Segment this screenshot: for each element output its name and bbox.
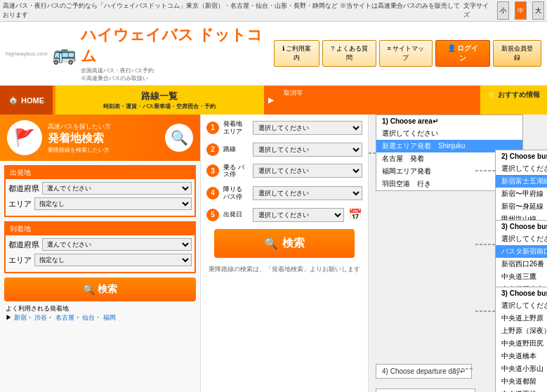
arrival-pref-row: 都道府県 選んでください: [8, 238, 192, 251]
arrival-title: 到着地: [6, 223, 195, 235]
arrival-area-row: エリア 指定なし: [8, 254, 192, 266]
ann5-label: 5) Browse seat availability↵: [376, 388, 475, 392]
register-label: 新規会員登録: [501, 45, 533, 61]
popular-link-nagoya[interactable]: 名古屋: [55, 314, 74, 321]
usage-guide-btn[interactable]: ℹ ご利用案内: [274, 40, 320, 67]
routes-sub-label: 時刻表・運賃・バス乗車場・空席照合・予約: [103, 103, 216, 110]
nav-recommend[interactable]: ⭐ おすすめ情報: [480, 86, 547, 115]
content-area: 🚩 高速バスを探したい方 発着地検索 乗降路線を検索したい方 🔍 出発地 都道府…: [0, 115, 547, 392]
register-btn[interactable]: 新規会員登録: [493, 40, 541, 67]
font-small-btn[interactable]: 小: [497, 1, 509, 20]
ann3b-item-3[interactable]: 中央道橋本: [496, 350, 547, 362]
ann3b-item-1[interactable]: 上野原（深夜）: [496, 325, 547, 337]
ann3b-header: 3) Choose bus stops↵: [496, 287, 547, 299]
font-large-btn[interactable]: 大: [532, 1, 544, 20]
step3-select[interactable]: 選択してください: [253, 164, 362, 178]
search-icon-left: 🔍: [83, 284, 95, 295]
step1-num: 1: [206, 122, 219, 134]
popular-link-shinjuku[interactable]: 新宿: [14, 314, 27, 321]
ann2-item-2[interactable]: 新宿〜身延線: [496, 200, 547, 213]
home-icon: 🏠: [8, 96, 18, 105]
step3-label: 乗る バス停: [223, 164, 249, 179]
step5-row: 5 出発日 選択してください 📅: [206, 208, 362, 222]
search-icon-right: 🔍: [165, 124, 193, 152]
step2-label: 路線: [223, 145, 249, 153]
departure-pref-label: 都道府県: [8, 183, 39, 194]
faq-label: よくある質問: [336, 45, 368, 61]
recommend-label: おすすめ情報: [498, 91, 540, 98]
ann3a-placeholder[interactable]: 選択してください: [496, 233, 547, 245]
step5-label: 出発日: [223, 211, 249, 218]
ann3b-item-2[interactable]: 中央道野田尻: [496, 337, 547, 350]
font-medium-btn[interactable]: 中: [515, 1, 527, 20]
step2-num: 2: [206, 143, 219, 156]
step2-row: 2 路線 選択してください: [206, 143, 362, 157]
logo-main-text: ハイウェイバス ドットコム: [81, 25, 268, 67]
search-icon-main: 🔍: [264, 237, 278, 250]
sitemap-label: サイトマップ: [393, 45, 424, 61]
ann2-placeholder[interactable]: 選択してください: [496, 162, 547, 175]
popular-link-fukuoka[interactable]: 福岡: [103, 314, 116, 321]
step1-row: 1 発着地 エリア 選択してください: [206, 120, 362, 136]
header-right: ℹ ご利用案内 ? よくある質問 ≡ サイトマップ 👤 ログイン 新規会員登録: [274, 40, 541, 67]
nav-home[interactable]: 🏠 HOME: [0, 86, 53, 115]
ann3b-title-label: 3) Choose bus stops↵: [501, 289, 547, 297]
popular-link-sendai[interactable]: 仙台: [82, 314, 95, 321]
find-bus-title: 発着地検索: [48, 131, 111, 146]
sitemap-icon: ≡: [388, 45, 391, 52]
ann3b-item-5[interactable]: 中央道都留: [496, 375, 547, 388]
page-wrapper: 高速バス・夜行バスのご予約なら「ハイウェイバスドットコム」東京（新宿）・名古屋・…: [0, 0, 547, 392]
ann3a-item-1[interactable]: 新宿西口26番: [496, 258, 547, 270]
departure-pref-select[interactable]: 選んでください: [42, 182, 192, 195]
arrival-area-select[interactable]: 指定なし: [34, 254, 192, 266]
popular-label: よく利用される発着地: [6, 305, 69, 312]
nav-arrow-icon: ▶: [264, 86, 278, 115]
ann3b-item-4[interactable]: 中央道小形山: [496, 362, 547, 375]
step3-num: 3: [206, 164, 219, 177]
left-search-btn[interactable]: 🔍 検索: [4, 277, 196, 301]
ann4-label: 4) Choose departure day↵: [376, 364, 472, 379]
step1-select[interactable]: 選択してください: [253, 121, 362, 135]
arrival-pref-label: 都道府県: [8, 240, 39, 250]
ann1-header: 1) Choose area↵: [376, 115, 522, 127]
ann3a-item-2[interactable]: 中央道三鷹: [496, 270, 547, 283]
flag-icon: 🚩: [7, 120, 42, 155]
top-bar: 高速バス・夜行バスのご予約なら「ハイウェイバスドットコム」東京（新宿）・名古屋・…: [0, 0, 547, 22]
main-search-label: 検索: [282, 236, 305, 251]
ann2-title-label: 2) Choose bus line↵: [501, 152, 547, 160]
faq-btn[interactable]: ? よくある質問: [322, 40, 376, 67]
arrival-pref-select[interactable]: 選んでください: [42, 238, 192, 251]
departure-pref-row: 都道府県 選んでください: [8, 182, 192, 195]
step4-select[interactable]: 選択してください: [253, 186, 362, 200]
departure-area-row: エリア 指定なし: [8, 197, 192, 210]
find-bus-sub: 乗降路線を検索したい方: [48, 146, 111, 154]
ann3a-header: 3) Choose bus stops↵: [496, 221, 547, 233]
ann4-text: 4) Choose departure day↵: [382, 367, 466, 375]
bus-icon: 🚌: [52, 42, 77, 65]
calendar-icon[interactable]: 📅: [348, 208, 362, 221]
ann3b-item-0[interactable]: 中央道上野原: [496, 312, 547, 325]
step2-select[interactable]: 選択してください: [253, 143, 362, 157]
step4-label: 降りる バス停: [223, 185, 249, 201]
ann3b-item-6[interactable]: 中央道西桂: [496, 388, 547, 392]
ann2-item-1[interactable]: 新宿〜甲府線: [496, 188, 547, 200]
login-btn[interactable]: 👤 ログイン: [435, 40, 490, 67]
popular-link-shibuya[interactable]: 渋谷: [34, 314, 47, 321]
main-search-btn[interactable]: 🔍 検索: [214, 229, 355, 258]
departure-title: 出発地: [6, 166, 195, 179]
popular-links-area: よく利用される発着地 ▶ 新宿・ 渋谷・ 名古屋・ 仙台・ 福岡: [0, 301, 200, 325]
departure-section: 出発地 都道府県 選んでください エリア 指定なし: [4, 165, 196, 217]
departure-area-select[interactable]: 指定なし: [34, 197, 192, 210]
find-bus-how: 高速バスを探したい方: [48, 122, 111, 131]
sitemap-btn[interactable]: ≡ サイトマップ: [379, 40, 433, 67]
nav-routes[interactable]: 路線一覧 時刻表・運賃・バス乗車場・空席照合・予約: [55, 86, 264, 115]
ann2-item-0[interactable]: 新宿富士五湖線 Fuji 5 lakes: [496, 175, 547, 188]
step5-select[interactable]: 選択してください: [253, 208, 344, 222]
search-note: 乗降路線の検索は、「発着地検索」よりお願いします: [206, 265, 362, 274]
step3-row: 3 乗る バス停 選択してください: [206, 164, 362, 179]
ann3a-item-0[interactable]: バスタ新宿南口 Shinjuku: [496, 245, 547, 258]
ann2-panel: 2) Choose bus line↵ 選択してください 新宿富士五湖線 Fuj…: [495, 150, 547, 226]
arrival-area-label: エリア: [8, 255, 32, 266]
ann1-placeholder[interactable]: 選択してください: [376, 127, 522, 140]
ann3b-placeholder[interactable]: 選択してください: [496, 299, 547, 312]
